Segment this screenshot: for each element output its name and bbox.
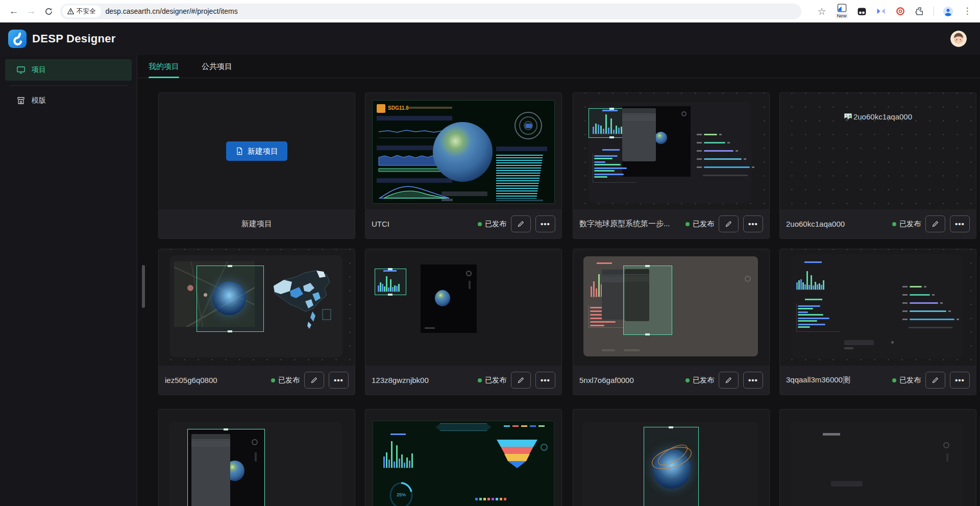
status-dot xyxy=(685,222,690,226)
file-plus-icon xyxy=(235,147,243,155)
edit-button[interactable] xyxy=(511,372,531,389)
edit-button[interactable] xyxy=(719,372,739,389)
more-button[interactable]: ••• xyxy=(950,215,970,232)
card-footer: 数字地球原型系统第一步... 已发布 ••• xyxy=(573,209,769,238)
thumb-dashboard-title: SDG11.6 xyxy=(388,105,409,111)
project-card-digital-earth[interactable]: 数字地球原型系统第一步... 已发布 ••• xyxy=(573,92,770,239)
edit-button[interactable] xyxy=(925,215,945,232)
edit-button[interactable] xyxy=(719,215,739,232)
projects-tab-bar: 我的项目 公共项目 xyxy=(138,55,980,78)
page-title: DESP Designer xyxy=(32,32,116,45)
reload-icon[interactable] xyxy=(40,3,57,20)
more-button[interactable]: ••• xyxy=(329,372,349,389)
project-card-row3-2[interactable]: 25% xyxy=(365,409,562,506)
card-title: 5nxl7o6gaf0000 xyxy=(579,376,681,384)
project-card-123z8gwznjbk00[interactable]: 123z8gwznjbk00 已发布 ••• xyxy=(365,249,562,395)
card-title: 2uo60kc1aqa000 xyxy=(786,220,888,228)
extension-red-icon[interactable] xyxy=(895,6,906,17)
extensions-puzzle-icon[interactable] xyxy=(914,6,925,17)
sidebar-item-templates[interactable]: 模版 xyxy=(5,90,132,111)
card-title: 3qqaall3m36000测 xyxy=(786,375,888,385)
project-thumbnail: 2uo60kc1aqa000 xyxy=(780,93,976,209)
forward-icon[interactable]: → xyxy=(22,3,40,20)
card-title: iez505g6q0800 xyxy=(165,376,266,384)
sidebar-item-label: 项目 xyxy=(32,65,46,75)
project-card-row3-1[interactable] xyxy=(158,409,355,506)
ellipsis-icon: ••• xyxy=(541,222,550,227)
edit-button[interactable] xyxy=(304,372,324,389)
extension-glasses-icon[interactable] xyxy=(856,6,867,17)
back-icon[interactable]: ← xyxy=(5,3,22,20)
status-badge: 已发布 xyxy=(892,220,921,229)
monitor-icon xyxy=(16,65,26,75)
side-panel-new-icon[interactable]: New xyxy=(836,4,848,19)
earth-globe xyxy=(433,122,493,182)
browser-menu-icon[interactable]: ⋮ xyxy=(962,6,973,17)
card-footer: 3qqaall3m36000测 已发布 ••• xyxy=(780,366,976,395)
security-label: 不安全 xyxy=(77,7,96,16)
project-thumbnail: SDG11.6 xyxy=(365,93,561,209)
ellipsis-icon: ••• xyxy=(748,378,758,383)
status-dot xyxy=(892,378,896,382)
project-card-iez505g6q0800[interactable]: iez505g6q0800 已发布 ••• xyxy=(158,249,355,395)
new-project-thumb: 新建项目 xyxy=(159,93,355,209)
more-button[interactable]: ••• xyxy=(535,215,555,232)
status-badge: 已发布 xyxy=(685,376,714,385)
edit-button[interactable] xyxy=(925,372,945,389)
project-card-row3-4[interactable] xyxy=(779,409,976,506)
sidebar-item-projects[interactable]: 项目 xyxy=(5,59,132,81)
project-card-row3-3[interactable] xyxy=(573,409,770,506)
toolbar-separator xyxy=(934,7,934,16)
bookmark-star-icon[interactable]: ☆ xyxy=(816,6,827,17)
project-thumbnail xyxy=(573,249,769,366)
tab-public-projects[interactable]: 公共项目 xyxy=(202,55,232,78)
browser-toolbar: ← → 不安全 desp.casearth.cn/designer/#/proj… xyxy=(0,0,980,22)
address-bar[interactable]: 不安全 desp.casearth.cn/designer/#/project/… xyxy=(60,4,801,19)
tab-my-projects[interactable]: 我的项目 xyxy=(149,55,179,78)
profile-icon[interactable] xyxy=(942,6,953,17)
pencil-icon xyxy=(725,376,732,384)
sidebar: 项目 模版 xyxy=(0,55,137,506)
pencil-icon xyxy=(932,220,939,228)
project-thumbnail: 25% xyxy=(365,409,561,506)
status-dot xyxy=(478,222,482,226)
ellipsis-icon: ••• xyxy=(334,378,344,383)
more-button[interactable]: ••• xyxy=(743,372,763,389)
content-scrollbar-thumb[interactable] xyxy=(142,265,145,308)
more-button[interactable]: ••• xyxy=(950,372,970,389)
new-project-button-label: 新建项目 xyxy=(248,147,278,156)
card-title: 123z8gwznjbk00 xyxy=(372,376,473,384)
bubble-chart xyxy=(475,498,542,506)
user-avatar[interactable] xyxy=(950,31,967,47)
pencil-icon xyxy=(310,376,318,384)
store-icon xyxy=(16,96,26,105)
pencil-icon xyxy=(725,220,732,228)
sdg-logo xyxy=(377,104,385,113)
gauge-ring: 25% xyxy=(388,481,414,506)
pencil-icon xyxy=(517,376,525,384)
new-project-card[interactable]: 新建项目 新建项目 xyxy=(158,92,355,239)
new-project-button[interactable]: 新建项目 xyxy=(226,141,287,161)
project-thumbnail xyxy=(780,249,976,366)
broken-image-alt-text: 2uo60kc1aqa000 xyxy=(853,112,912,121)
more-button[interactable]: ••• xyxy=(535,372,555,389)
edit-button[interactable] xyxy=(511,215,531,232)
project-card-utci[interactable]: SDG11.6 xyxy=(365,92,562,239)
extension-bowtie-icon[interactable] xyxy=(875,6,887,17)
more-button[interactable]: ••• xyxy=(743,215,763,232)
project-card-5nxl7o6gaf0000[interactable]: 5nxl7o6gaf0000 已发布 ••• xyxy=(573,249,770,395)
url-text: desp.casearth.cn/designer/#/project/item… xyxy=(106,7,238,15)
status-badge: 已发布 xyxy=(478,376,506,385)
ring-percent-label: 25% xyxy=(388,492,414,497)
app-header: DESP Designer xyxy=(0,22,980,55)
ellipsis-icon: ••• xyxy=(955,222,965,227)
project-thumbnail xyxy=(159,409,355,506)
card-title: 新建项目 xyxy=(165,219,349,229)
security-chip[interactable]: 不安全 xyxy=(62,5,101,17)
status-badge: 已发布 xyxy=(478,220,506,229)
warning-icon xyxy=(67,8,74,14)
project-card-3qqaall3m36000[interactable]: 3qqaall3m36000测 已发布 ••• xyxy=(779,249,976,395)
card-footer: UTCI 已发布 ••• xyxy=(365,209,561,238)
pencil-icon xyxy=(517,220,525,228)
project-card-2uo60kc1aqa000[interactable]: 2uo60kc1aqa000 2uo60kc1aqa000 已发布 ••• xyxy=(779,92,976,239)
